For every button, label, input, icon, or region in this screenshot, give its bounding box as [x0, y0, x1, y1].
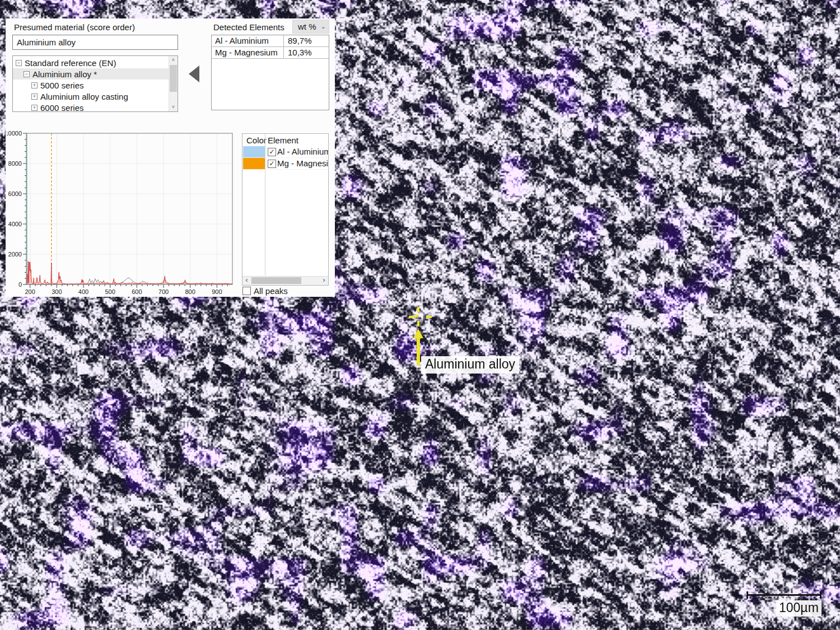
detected-elements-table: Al - Aluminium 89,7% Mg - Magnesium 10,3… [211, 35, 329, 110]
tree-item-label: 5000 series [40, 81, 84, 90]
chevron-down-icon: ⌄ [321, 20, 326, 33]
annotation-arrow-tail [417, 338, 420, 365]
crosshair-right-tick [426, 316, 432, 318]
tree-scrollbar[interactable]: ˄ ˅ [169, 56, 178, 111]
scale-bar-label: 100µm [776, 600, 822, 617]
analysis-panel: Presumed material (score order) Aluminiu… [6, 18, 335, 297]
magnesium-checkbox[interactable]: ✓ [268, 160, 276, 168]
aluminium-color-swatch [243, 146, 265, 157]
svg-text:800: 800 [185, 288, 195, 295]
all-peaks-label: All peaks [254, 286, 288, 296]
svg-text:10000: 10000 [7, 130, 22, 137]
svg-text:600: 600 [132, 288, 142, 295]
svg-text:400: 400 [78, 288, 88, 295]
scrollbar-thumb[interactable] [251, 277, 301, 284]
table-row[interactable]: Al - Aluminium 89,7% [212, 35, 329, 47]
tree-item-standard-reference[interactable]: − Standard reference (EN) [13, 57, 169, 68]
annotation-label: Aluminium alloy [421, 356, 519, 374]
annotation-arrow-icon [413, 329, 423, 338]
svg-text:200: 200 [25, 288, 35, 295]
crosshair-bottom-tick [417, 321, 419, 326]
tree-item-label: 6000 series [40, 103, 84, 113]
material-tree-rows: − Standard reference (EN) − Aluminium al… [13, 57, 169, 112]
tree-item-aluminium-alloy-casting[interactable]: + Aluminium alloy casting [13, 91, 169, 102]
unit-dropdown-value: wt % [298, 20, 316, 33]
svg-text:700: 700 [158, 288, 169, 295]
svg-text:4000: 4000 [8, 221, 22, 227]
element-name-cell: Al - Aluminium [212, 35, 283, 46]
legend-color-header: Color [246, 136, 267, 145]
legend-horizontal-scrollbar[interactable]: ‹ › [242, 276, 328, 285]
material-tree: − Standard reference (EN) − Aluminium al… [12, 55, 178, 112]
svg-text:2000: 2000 [8, 251, 22, 258]
svg-text:900: 900 [212, 288, 222, 295]
detected-elements-title: Detected Elements [213, 22, 284, 32]
svg-text:6000: 6000 [8, 190, 22, 197]
scroll-up-icon[interactable]: ˄ [169, 56, 178, 64]
panel-collapse-arrow-icon[interactable] [189, 66, 199, 82]
legend-element-header: Element [268, 136, 298, 145]
scroll-left-icon[interactable]: ‹ [242, 277, 251, 284]
tree-item-6000-series[interactable]: + 6000 series [13, 102, 169, 112]
unit-dropdown[interactable]: wt % ⌄ [292, 20, 329, 34]
scrollbar-thumb[interactable] [170, 65, 177, 92]
tree-collapse-icon[interactable]: − [24, 71, 30, 77]
magnesium-color-swatch [243, 158, 265, 169]
svg-text:0: 0 [18, 281, 22, 288]
scale-bar-line [746, 594, 822, 596]
tree-item-label: Standard reference (EN) [25, 58, 116, 68]
scale-bar-right-cap [820, 591, 822, 599]
spectrum-chart: 2003004005006007008009000200040006000800… [7, 129, 236, 297]
tree-item-label: Aluminium alloy casting [40, 92, 128, 101]
aluminium-checkbox[interactable]: ✓ [268, 148, 276, 156]
tree-expand-icon[interactable]: + [31, 94, 38, 100]
all-peaks-checkbox[interactable] [242, 287, 251, 295]
element-value-cell: 89,7% [283, 35, 329, 46]
legend-row-magnesium[interactable]: ✓ Mg - Magnesium [242, 158, 328, 170]
legend-row-aluminium[interactable]: ✓ Al - Aluminium [242, 146, 328, 158]
table-row[interactable]: Mg - Magnesium 10,3% [212, 47, 329, 59]
tree-collapse-icon[interactable]: − [16, 60, 22, 66]
scroll-down-icon[interactable]: ˅ [169, 103, 178, 111]
crosshair-left-tick [409, 316, 414, 318]
presumed-material-title: Presumed material (score order) [14, 22, 135, 32]
svg-text:300: 300 [52, 288, 62, 295]
analyzer-screen: Presumed material (score order) Aluminiu… [0, 0, 840, 630]
element-value-cell: 10,3% [283, 47, 329, 58]
legend-row-label: Mg - Magnesium [277, 158, 329, 168]
tree-expand-icon[interactable]: + [31, 105, 38, 111]
svg-text:500: 500 [105, 288, 115, 295]
tree-item-label: Aluminium alloy * [32, 69, 97, 79]
svg-text:8000: 8000 [8, 160, 22, 167]
element-legend-panel: Color Element ✓ Al - Aluminium ✓ Mg - Ma… [242, 133, 329, 286]
crosshair-center-x-icon: × [414, 311, 419, 320]
scroll-right-icon[interactable]: › [320, 277, 328, 284]
tree-expand-icon[interactable]: + [31, 82, 38, 88]
scale-bar-left-cap [746, 591, 748, 599]
material-search-input[interactable]: Aluminium alloy [12, 35, 178, 50]
element-name-cell: Mg - Magnesium [212, 47, 283, 58]
tree-item-5000-series[interactable]: + 5000 series [13, 80, 169, 91]
legend-row-label: Al - Aluminium [277, 147, 329, 156]
tree-item-aluminium-alloy[interactable]: − Aluminium alloy * [13, 68, 169, 80]
